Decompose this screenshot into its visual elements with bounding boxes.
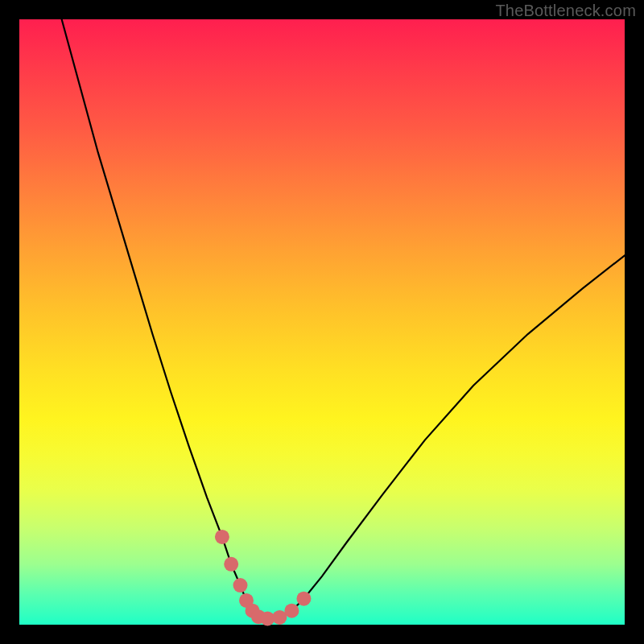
bottom-u-markers [215, 530, 312, 626]
black-curve [62, 19, 625, 618]
marker-dot [296, 592, 311, 606]
marker-dot [215, 530, 229, 544]
plot-area [19, 19, 625, 625]
marker-dot [284, 604, 299, 618]
marker-dot [224, 557, 238, 572]
chart-frame: TheBottleneck.com [0, 0, 644, 644]
marker-dot [233, 578, 247, 592]
watermark-text: TheBottleneck.com [495, 2, 636, 20]
curve-layer [19, 19, 625, 625]
